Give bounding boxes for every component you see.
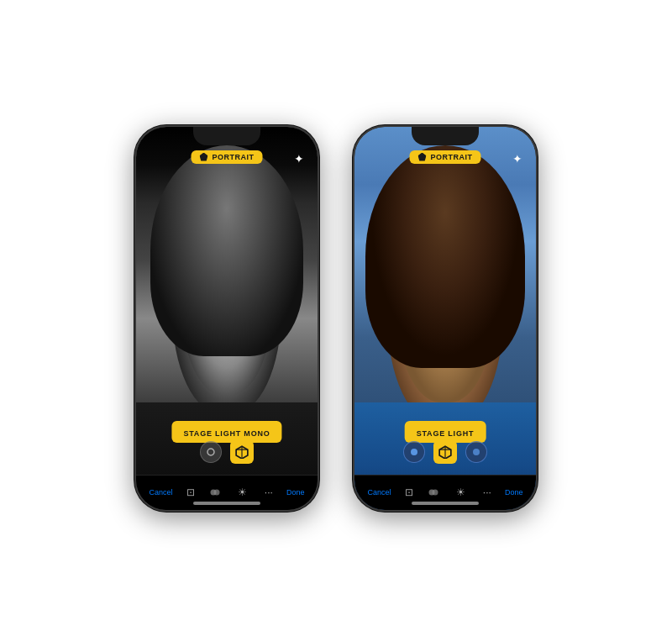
done-button-left[interactable]: Done bbox=[286, 488, 305, 497]
circle-icon-right-2 bbox=[471, 447, 481, 457]
effect-text-right: STAGE LIGHT bbox=[417, 429, 475, 438]
portrait-cube-icon-left bbox=[200, 153, 208, 161]
circle-icon-right-1 bbox=[409, 447, 419, 457]
portrait-label-right: PORTRAIT bbox=[431, 153, 473, 161]
filters-icon-left[interactable] bbox=[208, 484, 225, 501]
filters-icon-right[interactable] bbox=[427, 484, 444, 501]
svg-point-0 bbox=[207, 449, 214, 455]
effect-dot-1-left[interactable] bbox=[200, 441, 222, 463]
power-button-right bbox=[536, 194, 538, 228]
cancel-button-right[interactable]: Cancel bbox=[368, 488, 391, 497]
adjust-icon-right[interactable]: ☀ bbox=[453, 484, 470, 501]
portrait-badge-left[interactable]: PORTRAIT bbox=[192, 150, 263, 164]
more-icon-right[interactable]: ··· bbox=[479, 484, 496, 501]
cube-svg-right bbox=[438, 445, 452, 459]
phone-left: PORTRAIT ✦ STAGE LIGHT MONO bbox=[134, 125, 319, 512]
crop-icon-left[interactable]: ⊡ bbox=[182, 484, 199, 501]
phone-right: PORTRAIT ✦ STAGE LIGHT bbox=[353, 125, 538, 512]
phone-right-device: PORTRAIT ✦ STAGE LIGHT bbox=[353, 125, 538, 512]
home-indicator-right bbox=[412, 502, 479, 505]
circle-icon-left bbox=[206, 447, 216, 457]
svg-point-5 bbox=[213, 490, 219, 496]
filters-svg-right bbox=[428, 486, 442, 499]
power-button bbox=[318, 194, 319, 228]
cube-svg-left bbox=[235, 445, 249, 459]
notch-left bbox=[193, 127, 260, 145]
hair-mono bbox=[150, 145, 302, 356]
home-indicator-left bbox=[193, 502, 260, 505]
adjust-icon-left[interactable]: ☀ bbox=[234, 484, 251, 501]
more-icon-left[interactable]: ··· bbox=[260, 484, 277, 501]
effect-text-left: STAGE LIGHT MONO bbox=[183, 429, 270, 438]
crop-icon-right[interactable]: ⊡ bbox=[401, 484, 417, 501]
done-button-right[interactable]: Done bbox=[505, 488, 523, 497]
wand-icon-right[interactable]: ✦ bbox=[512, 152, 522, 166]
effect-icons-left bbox=[200, 440, 254, 464]
portrait-label-left: PORTRAIT bbox=[213, 153, 255, 161]
svg-point-10 bbox=[473, 449, 480, 455]
filters-svg-left bbox=[210, 486, 223, 499]
cube-icon-right[interactable] bbox=[433, 440, 457, 464]
camera-area-left: PORTRAIT ✦ STAGE LIGHT MONO bbox=[136, 127, 318, 510]
cancel-button-left[interactable]: Cancel bbox=[150, 488, 173, 497]
portrait-badge-right[interactable]: PORTRAIT bbox=[410, 150, 481, 164]
effect-icons-right bbox=[403, 440, 487, 464]
svg-point-6 bbox=[411, 449, 417, 455]
phone-right-screen: PORTRAIT ✦ STAGE LIGHT bbox=[354, 127, 536, 510]
cube-icon-left[interactable] bbox=[230, 440, 254, 464]
wand-icon-left[interactable]: ✦ bbox=[294, 152, 304, 166]
svg-point-12 bbox=[432, 490, 438, 496]
portrait-cube-icon-right bbox=[418, 153, 427, 161]
phone-left-device: PORTRAIT ✦ STAGE LIGHT MONO bbox=[134, 125, 319, 512]
camera-area-right: PORTRAIT ✦ STAGE LIGHT bbox=[354, 127, 536, 510]
effect-dot-1-right[interactable] bbox=[403, 441, 425, 463]
phone-left-screen: PORTRAIT ✦ STAGE LIGHT MONO bbox=[136, 127, 318, 510]
effect-dot-2-right[interactable] bbox=[465, 441, 487, 463]
hair-color bbox=[365, 145, 525, 367]
notch-right bbox=[412, 127, 479, 145]
